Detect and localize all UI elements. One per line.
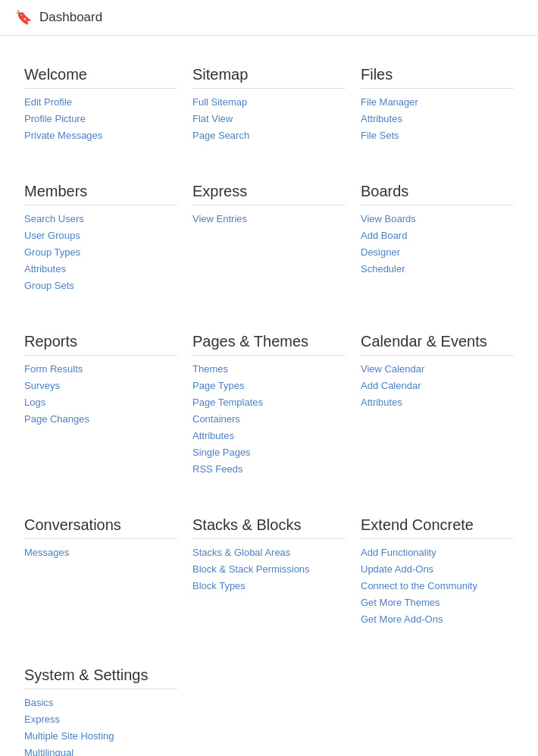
pages-attributes-link[interactable]: Attributes (192, 430, 234, 441)
file-sets-link[interactable]: File Sets (361, 130, 399, 141)
row-5: System & Settings Basics Express Multipl… (17, 651, 521, 756)
list-item: Logs (24, 395, 177, 409)
row-4: Conversations Messages Stacks & Blocks S… (17, 501, 521, 651)
form-results-link[interactable]: Form Results (24, 363, 83, 375)
list-item: User Groups (24, 228, 177, 242)
user-groups-link[interactable]: User Groups (24, 230, 80, 241)
group-sets-link[interactable]: Group Sets (24, 280, 74, 291)
list-item: Group Types (24, 245, 177, 259)
single-pages-link[interactable]: Single Pages (192, 447, 251, 458)
multiple-site-hosting-link[interactable]: Multiple Site Hosting (24, 730, 114, 742)
section-system-settings: System & Settings Basics Express Multipl… (17, 651, 185, 756)
reports-title: Reports (24, 333, 177, 356)
list-item: Messages (24, 545, 177, 559)
page-templates-link[interactable]: Page Templates (192, 397, 263, 408)
multilingual-link[interactable]: Multilingual (24, 747, 74, 756)
attributes-link[interactable]: Attributes (361, 113, 402, 124)
section-welcome: Welcome Edit Profile Profile Picture Pri… (17, 51, 185, 168)
list-item: Attributes (361, 111, 514, 125)
block-stack-permissions-link[interactable]: Block & Stack Permissions (192, 563, 310, 575)
section-extend-concrete: Extend Concrete Add Functionality Update… (353, 501, 521, 651)
list-item: Page Changes (24, 412, 177, 425)
list-item: File Manager (361, 95, 514, 108)
calendar-events-title: Calendar & Events (361, 333, 514, 356)
express-title: Express (192, 183, 346, 205)
list-item: Single Pages (192, 445, 346, 459)
list-item: View Boards (361, 212, 514, 225)
add-functionality-link[interactable]: Add Functionality (361, 547, 436, 558)
list-item: Containers (192, 412, 346, 425)
list-item: Page Templates (192, 395, 346, 409)
system-settings-title: System & Settings (24, 667, 177, 689)
conversations-title: Conversations (24, 516, 177, 539)
list-item: Search Users (24, 212, 177, 225)
list-item: File Sets (361, 128, 514, 142)
stacks-global-areas-link[interactable]: Stacks & Global Areas (192, 547, 290, 558)
row-3: Reports Form Results Surveys Logs Page C… (17, 318, 521, 501)
containers-link[interactable]: Containers (192, 413, 240, 425)
list-item: Get More Add-Ons (361, 612, 514, 626)
list-item: Get More Themes (361, 595, 514, 609)
section-boards: Boards View Boards Add Board Designer Sc… (353, 168, 521, 318)
list-item: Block & Stack Permissions (192, 562, 346, 576)
view-boards-link[interactable]: View Boards (361, 213, 416, 224)
add-calendar-link[interactable]: Add Calendar (361, 380, 421, 391)
rss-feeds-link[interactable]: RSS Feeds (192, 463, 242, 475)
messages-link[interactable]: Messages (24, 547, 69, 558)
list-item: Form Results (24, 362, 177, 375)
section-sitemap: Sitemap Full Sitemap Flat View Page Sear… (185, 51, 353, 168)
designer-link[interactable]: Designer (361, 246, 400, 258)
list-item: Private Messages (24, 128, 177, 142)
get-more-addons-link[interactable]: Get More Add-Ons (361, 613, 443, 625)
list-item: Stacks & Global Areas (192, 545, 346, 559)
list-item: Attributes (192, 428, 346, 442)
list-item: Full Sitemap (192, 95, 346, 108)
calendar-attributes-link[interactable]: Attributes (361, 397, 402, 408)
flat-view-link[interactable]: Flat View (192, 113, 233, 124)
list-item: Connect to the Community (361, 579, 514, 592)
surveys-link[interactable]: Surveys (24, 380, 60, 391)
list-item: Designer (361, 245, 514, 259)
welcome-links: Edit Profile Profile Picture Private Mes… (24, 95, 177, 142)
row-2: Members Search Users User Groups Group T… (17, 168, 521, 318)
group-types-link[interactable]: Group Types (24, 246, 80, 258)
view-calendar-link[interactable]: View Calendar (361, 363, 424, 375)
extend-concrete-title: Extend Concrete (361, 516, 514, 539)
boards-title: Boards (361, 183, 514, 205)
members-attributes-link[interactable]: Attributes (24, 263, 66, 274)
connect-community-link[interactable]: Connect to the Community (361, 580, 477, 591)
search-users-link[interactable]: Search Users (24, 213, 84, 224)
update-addons-link[interactable]: Update Add-Ons (361, 563, 433, 575)
list-item: Add Functionality (361, 545, 514, 559)
logs-link[interactable]: Logs (24, 397, 45, 408)
page-changes-link[interactable]: Page Changes (24, 413, 89, 425)
scheduler-link[interactable]: Scheduler (361, 263, 405, 274)
get-more-themes-link[interactable]: Get More Themes (361, 597, 440, 608)
block-types-link[interactable]: Block Types (192, 580, 246, 591)
list-item: Scheduler (361, 262, 514, 275)
themes-link[interactable]: Themes (192, 363, 228, 375)
view-entries-link[interactable]: View Entries (192, 213, 247, 224)
express-links: View Entries (192, 212, 346, 225)
profile-picture-link[interactable]: Profile Picture (24, 113, 86, 124)
section-files: Files File Manager Attributes File Sets (353, 51, 521, 168)
list-item: View Calendar (361, 362, 514, 375)
add-board-link[interactable]: Add Board (361, 230, 407, 241)
page-search-link[interactable]: Page Search (192, 130, 249, 141)
private-messages-link[interactable]: Private Messages (24, 130, 102, 141)
section-members: Members Search Users User Groups Group T… (17, 168, 185, 318)
express-settings-link[interactable]: Express (24, 714, 60, 725)
stacks-blocks-links: Stacks & Global Areas Block & Stack Perm… (192, 545, 346, 592)
list-item: Multilingual (24, 745, 177, 756)
file-manager-link[interactable]: File Manager (361, 96, 418, 108)
calendar-events-links: View Calendar Add Calendar Attributes (361, 362, 514, 409)
list-item: Add Board (361, 228, 514, 242)
full-sitemap-link[interactable]: Full Sitemap (192, 96, 247, 108)
page-types-link[interactable]: Page Types (192, 380, 244, 391)
list-item: Profile Picture (24, 111, 177, 125)
basics-link[interactable]: Basics (24, 697, 53, 708)
row-1: Welcome Edit Profile Profile Picture Pri… (17, 51, 521, 168)
section-pages-themes: Pages & Themes Themes Page Types Page Te… (185, 318, 353, 501)
members-title: Members (24, 183, 177, 205)
edit-profile-link[interactable]: Edit Profile (24, 96, 72, 108)
